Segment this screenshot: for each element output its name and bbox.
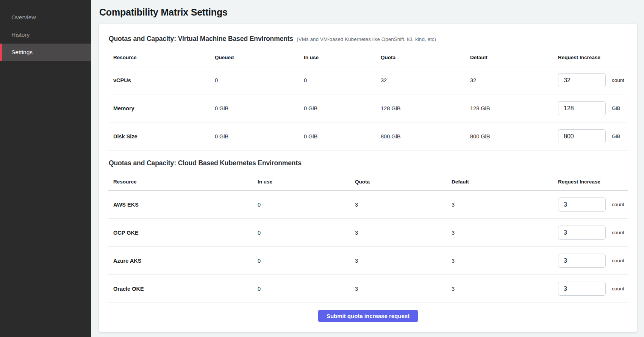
request-increase-cell: count	[558, 282, 628, 296]
section-cloud-k8s: Quotas and Capacity: Cloud Based Kuberne…	[108, 158, 628, 303]
cell-in-use: 0	[258, 202, 355, 208]
column-header-in-use: In use	[304, 55, 381, 60]
main-content: Compatibility Matrix Settings Quotas and…	[91, 0, 644, 337]
request-increase-input[interactable]	[558, 282, 606, 296]
cell-default: 32	[470, 77, 558, 83]
request-increase-input[interactable]	[558, 101, 606, 115]
request-increase-cell: GiB	[558, 129, 628, 143]
table-row: Oracle OKE033count	[108, 275, 628, 303]
table-row: AWS EKS033count	[108, 191, 628, 219]
cell-resource: vCPUs	[113, 77, 215, 83]
cell-default: 800 GiB	[470, 133, 558, 140]
section-subtitle: (VMs and VM-based Kubernetes like OpenSh…	[297, 36, 436, 42]
sidebar-item-label: History	[11, 31, 30, 38]
sidebar-item-overview[interactable]: Overview	[0, 9, 91, 26]
table-body: vCPUs003232countMemory0 GiB0 GiB128 GiB1…	[108, 66, 628, 150]
cell-default: 3	[452, 258, 558, 264]
request-increase-input[interactable]	[558, 254, 606, 268]
cell-quota: 3	[355, 258, 452, 264]
table-row: Memory0 GiB0 GiB128 GiB128 GiBGiB	[108, 94, 628, 122]
sidebar-item-label: Settings	[11, 49, 33, 56]
sidebar-nav: OverviewHistorySettings	[0, 0, 91, 61]
page-title: Compatibility Matrix Settings	[99, 6, 638, 18]
sidebar: OverviewHistorySettings	[0, 0, 91, 337]
section-heading: Quotas and Capacity: Cloud Based Kuberne…	[109, 158, 302, 168]
column-header-in-use: In use	[258, 179, 355, 185]
cell-quota: 800 GiB	[381, 133, 470, 140]
unit-label: count	[612, 77, 624, 83]
request-increase-input[interactable]	[558, 73, 606, 87]
cell-resource: AWS EKS	[113, 202, 258, 208]
submit-quota-button[interactable]: Submit quota increase request	[318, 310, 418, 322]
cell-in-use: 0	[258, 286, 355, 292]
sidebar-item-label: Overview	[11, 14, 36, 21]
cell-default: 3	[452, 286, 558, 292]
section-vm-environments: Quotas and Capacity: Virtual Machine Bas…	[108, 34, 628, 150]
cell-quota: 32	[381, 77, 470, 83]
unit-label: count	[612, 202, 624, 207]
cell-default: 3	[452, 230, 558, 236]
unit-label: count	[612, 230, 624, 235]
cell-quota: 3	[355, 202, 452, 208]
card-footer: Submit quota increase request	[108, 310, 628, 322]
request-increase-cell: count	[558, 254, 628, 268]
cell-quota: 128 GiB	[381, 105, 470, 111]
table-header-row: ResourceIn useQuotaDefaultRequest Increa…	[108, 173, 628, 191]
cell-resource: Disk Size	[113, 133, 215, 140]
unit-label: count	[612, 258, 624, 263]
section-heading: Quotas and Capacity: Virtual Machine Bas…	[109, 34, 293, 44]
column-header-queued: Queued	[215, 55, 304, 60]
cell-resource: Azure AKS	[113, 258, 258, 264]
cell-resource: GCP GKE	[113, 230, 258, 236]
request-increase-cell: GiB	[558, 101, 628, 115]
sidebar-item-history[interactable]: History	[0, 26, 91, 44]
column-header-resource: Resource	[113, 179, 258, 185]
cell-quota: 3	[355, 230, 452, 236]
cell-in-use: 0	[258, 258, 355, 264]
unit-label: count	[612, 286, 624, 292]
cell-in-use: 0 GiB	[304, 105, 381, 111]
table-header-row: ResourceQueuedIn useQuotaDefaultRequest …	[108, 49, 628, 66]
table-body: AWS EKS033countGCP GKE033countAzure AKS0…	[108, 191, 628, 303]
sidebar-item-settings[interactable]: Settings	[0, 44, 91, 61]
cell-in-use: 0 GiB	[304, 133, 381, 140]
cell-queued: 0 GiB	[215, 133, 304, 140]
column-header-request-increase: Request Increase	[558, 179, 628, 185]
cell-in-use: 0	[258, 230, 355, 236]
unit-label: GiB	[612, 105, 621, 111]
request-increase-cell: count	[558, 73, 628, 87]
cell-resource: Memory	[113, 105, 215, 111]
cell-queued: 0 GiB	[215, 105, 304, 111]
request-increase-cell: count	[558, 197, 628, 212]
column-header-default: Default	[452, 179, 558, 185]
table-row: vCPUs003232count	[108, 66, 628, 94]
table-row: Azure AKS033count	[108, 247, 628, 275]
settings-card: Quotas and Capacity: Virtual Machine Bas…	[98, 24, 638, 332]
request-increase-input[interactable]	[558, 197, 606, 212]
column-header-default: Default	[470, 55, 558, 60]
request-increase-input[interactable]	[558, 226, 606, 240]
cell-queued: 0	[215, 77, 304, 83]
cell-quota: 3	[355, 286, 452, 292]
cell-resource: Oracle OKE	[113, 286, 258, 292]
cell-default: 128 GiB	[470, 105, 558, 111]
request-increase-input[interactable]	[558, 129, 606, 143]
request-increase-cell: count	[558, 226, 628, 240]
cell-default: 3	[452, 202, 558, 208]
table-row: GCP GKE033count	[108, 219, 628, 247]
section-header: Quotas and Capacity: Cloud Based Kuberne…	[109, 158, 628, 168]
cell-in-use: 0	[304, 77, 381, 83]
column-header-resource: Resource	[113, 55, 215, 60]
table-row: Disk Size0 GiB0 GiB800 GiB800 GiBGiB	[108, 122, 628, 150]
unit-label: GiB	[612, 133, 621, 139]
column-header-quota: Quota	[381, 55, 470, 60]
section-header: Quotas and Capacity: Virtual Machine Bas…	[109, 34, 628, 44]
column-header-request-increase: Request Increase	[558, 55, 628, 60]
column-header-quota: Quota	[355, 179, 452, 185]
